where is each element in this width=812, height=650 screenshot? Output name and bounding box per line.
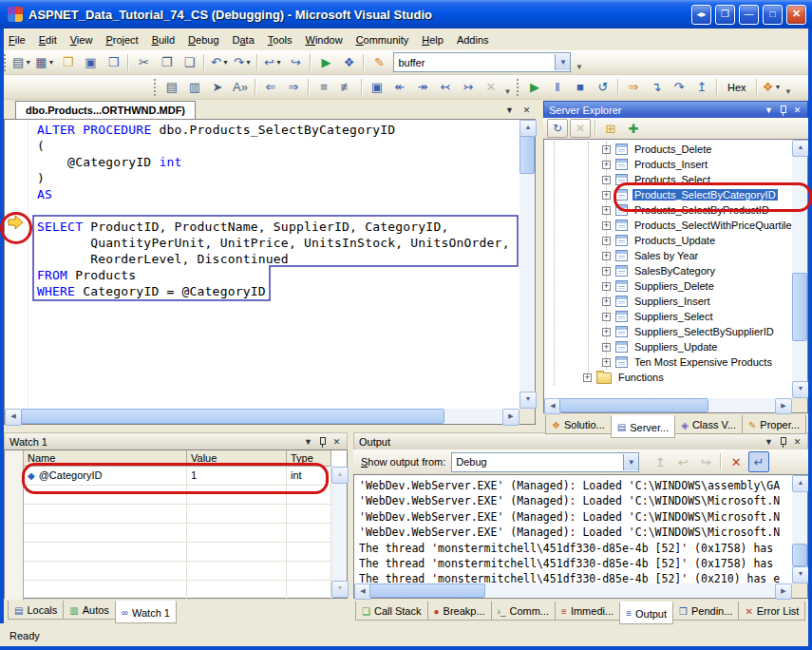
menu-data[interactable]: Data [226, 31, 261, 48]
find-icon[interactable]: ✎ [368, 52, 389, 73]
chevron-down-icon[interactable]: ▼ [48, 59, 55, 66]
scroll-right-icon[interactable]: ▶ [502, 409, 519, 426]
expander-plus-icon[interactable]: + [602, 145, 611, 154]
open-file-icon[interactable]: ❐ [57, 52, 78, 73]
expander-plus-icon[interactable]: + [602, 176, 611, 184]
watch-row[interactable]: ◆@CategoryID1int [5, 467, 331, 486]
tree-item-products-selectbyproductid[interactable]: +Products_SelectByProductID [544, 202, 792, 218]
connect-to-server-icon[interactable]: ✚ [623, 118, 644, 139]
scroll-right-icon[interactable]: ▶ [775, 398, 792, 414]
increase-indent-icon[interactable]: ⇒ [283, 77, 304, 98]
window-position-chevron-icon[interactable]: ▼ [763, 105, 775, 117]
watch-empty-row[interactable] [5, 486, 331, 505]
tree-item-ten-most-expensive-products[interactable]: +Ten Most Expensive Products [544, 354, 792, 370]
watch-name-cell[interactable]: ◆@CategoryID [24, 467, 187, 486]
search-input[interactable]: buffer [394, 57, 555, 68]
code-line[interactable]: @CategoryID int [37, 155, 519, 171]
tab-pendin[interactable]: ❒Pendin... [672, 602, 739, 621]
popout-button[interactable]: ❐ [715, 5, 735, 25]
tree-item-products-selectbycategoryid[interactable]: +Products_SelectByCategoryID [544, 187, 792, 202]
close-button[interactable]: ✕ [786, 5, 806, 25]
go-to-source-icon[interactable]: ↥ [650, 451, 670, 472]
expander-plus-icon[interactable]: + [602, 267, 611, 276]
server-explorer-tree[interactable]: +Products_Delete+Products_Insert+Product… [544, 142, 792, 398]
decrease-indent-icon[interactable]: ⇐ [260, 77, 281, 98]
empty-cell[interactable] [287, 505, 331, 524]
scroll-down-icon[interactable]: ▼ [519, 392, 537, 409]
start-debug-icon[interactable]: ▶ [315, 52, 336, 73]
breakpoints-window-icon[interactable]: ❖▼ [762, 77, 783, 98]
server-explorer-title-bar[interactable]: Server Explorer ▼ ✕ [543, 101, 808, 120]
copy-icon[interactable]: ❐ [156, 52, 177, 73]
cut-icon[interactable]: ✂ [133, 52, 154, 73]
tab-autos[interactable]: ▥Autos [63, 601, 116, 620]
menu-project[interactable]: Project [99, 31, 144, 48]
menu-build[interactable]: Build [145, 31, 181, 48]
expander-plus-icon[interactable]: + [602, 343, 611, 352]
scroll-thumb[interactable] [792, 544, 807, 566]
empty-cell[interactable] [24, 562, 187, 581]
tab-solutio[interactable]: ❖Solutio... [545, 415, 612, 434]
empty-cell[interactable] [187, 562, 287, 581]
column-header-type[interactable]: Type [287, 450, 331, 467]
tab-server[interactable]: ▤Server... [611, 415, 675, 438]
tree-item-suppliers-update[interactable]: +Suppliers_Update [544, 339, 792, 354]
code-line[interactable]: QuantityPerUnit, UnitPrice, UnitsInStock… [37, 236, 519, 252]
column-header-name[interactable]: Name [24, 450, 187, 467]
tab-watch-1[interactable]: ∞Watch 1 [115, 601, 177, 623]
output-source-combobox[interactable]: Debug ▼ [451, 452, 639, 472]
empty-cell[interactable] [287, 581, 331, 600]
chevron-down-icon[interactable]: ▼ [25, 59, 31, 66]
expander-plus-icon[interactable]: + [583, 373, 592, 382]
tree-item-suppliers-delete[interactable]: +Suppliers_Delete [544, 278, 792, 294]
code-line[interactable] [37, 203, 519, 220]
tree-item-sales-by-year[interactable]: +Sales by Year [544, 248, 792, 263]
scroll-thumb[interactable] [792, 273, 807, 341]
menu-window[interactable]: Window [298, 31, 349, 48]
empty-cell[interactable] [24, 581, 187, 600]
empty-cell[interactable] [24, 543, 187, 562]
watch-empty-row[interactable] [5, 505, 331, 524]
member-list-icon[interactable]: ▤ [161, 77, 182, 98]
output-vertical-scrollbar[interactable]: ▲ ▼ [792, 475, 807, 583]
clear-all-icon[interactable]: ✕ [726, 451, 746, 472]
dock-toggle-button[interactable]: ◂▸ [691, 5, 711, 25]
scroll-thumb[interactable] [559, 398, 708, 412]
code-line[interactable]: FROM Products [37, 268, 519, 284]
empty-cell[interactable] [287, 524, 331, 543]
close-icon[interactable]: ✕ [330, 436, 343, 449]
toggle-bookmark-icon[interactable]: ▣ [367, 77, 387, 98]
tree-item-suppliers-selectbysupplierid[interactable]: +Suppliers_SelectBySupplierID [544, 324, 792, 339]
empty-cell[interactable] [287, 562, 331, 581]
clear-bookmarks-icon[interactable]: ✕ [481, 77, 501, 98]
minimize-button[interactable]: — [739, 5, 759, 25]
stop-refresh-icon[interactable]: ✕ [570, 119, 591, 138]
watch-title-bar[interactable]: Watch 1 ▼ ✕ [4, 432, 348, 451]
expander-plus-icon[interactable]: + [602, 313, 611, 321]
empty-cell[interactable] [187, 543, 287, 562]
chevron-down-icon[interactable]: ▼ [623, 454, 638, 470]
watch-value-cell[interactable]: 1 [187, 467, 287, 486]
redo-icon[interactable]: ↷▼ [232, 52, 253, 73]
scroll-down-icon[interactable]: ▼ [331, 581, 349, 598]
auto-hide-pin-icon[interactable] [778, 105, 788, 117]
expander-plus-icon[interactable]: + [602, 221, 611, 230]
save-icon[interactable]: ▣ [80, 52, 101, 73]
menu-debug[interactable]: Debug [181, 31, 225, 48]
scroll-left-icon[interactable]: ◀ [5, 409, 22, 426]
chevron-down-icon[interactable]: ▼ [245, 59, 252, 66]
empty-cell[interactable] [287, 543, 331, 562]
previous-message-icon[interactable]: ↩ [672, 451, 693, 472]
chevron-down-icon[interactable]: ▼ [275, 59, 282, 66]
expander-plus-icon[interactable]: + [602, 282, 611, 291]
tab-immedi[interactable]: ≡Immedi... [555, 602, 620, 621]
column-header-value[interactable]: Value [187, 450, 287, 467]
maximize-button[interactable]: □ [763, 5, 783, 25]
tab-class-v[interactable]: ◈Class V... [674, 415, 743, 434]
menu-file[interactable]: File [2, 31, 32, 48]
chevron-down-icon[interactable]: ▼ [774, 84, 781, 90]
document-list-chevron-icon[interactable]: ▼ [502, 104, 517, 117]
uncomment-selection-icon[interactable]: ≢ [336, 77, 357, 98]
tree-item-functions[interactable]: +Functions [544, 370, 792, 385]
comment-selection-icon[interactable]: ≡ [313, 77, 334, 98]
